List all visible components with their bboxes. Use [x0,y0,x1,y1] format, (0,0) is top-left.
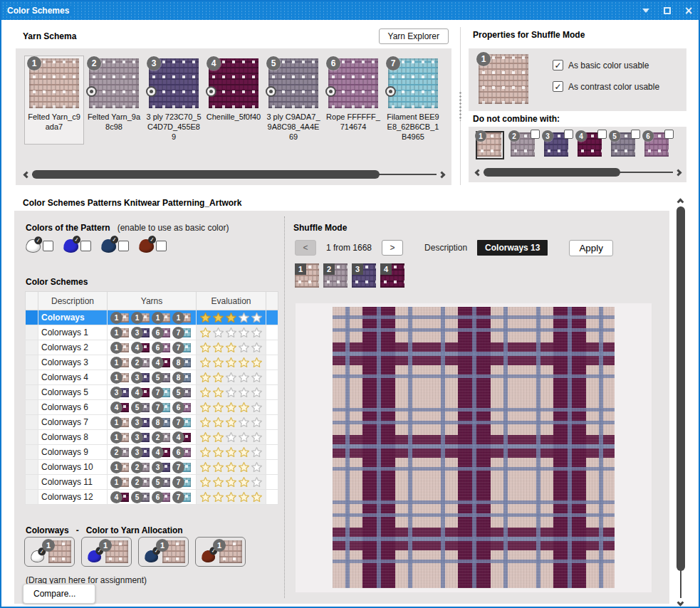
panel-splitter[interactable] [460,27,461,185]
close-button[interactable]: × [683,5,694,16]
yarn-item-6[interactable]: 6Rope FFFFFF_714674 [323,56,383,145]
pattern-color-checkbox[interactable] [80,241,91,251]
row-select-cell [26,355,38,370]
radio-target-icon[interactable] [206,86,216,97]
description-value[interactable]: Colorways 13 [477,240,548,256]
yarn-item-3[interactable]: 33 ply 723C70_5C4D7D_455E89 [144,56,204,145]
basic-color-checkbox[interactable] [553,60,563,70]
table-row[interactable]: Colorways 81324 [26,430,278,445]
table-row[interactable]: Colorways 53475 [26,385,278,400]
combine-checkbox[interactable] [664,130,674,139]
yarn-item-2[interactable]: 2Felted Yarn_9a8c98 [84,56,144,145]
yarn-number-badge: 1 [27,56,41,70]
star-rating [199,342,263,354]
radio-target-icon[interactable] [146,86,157,97]
shuffle-yarn-2[interactable]: 2 [323,263,348,288]
row-evaluation [197,355,266,370]
table-row[interactable]: Colorways 21467 [26,340,278,355]
row-yarns: 1111 [108,310,197,325]
yarn-item-5[interactable]: 53 ply C9ADA7_9A8C98_4A4E69 [263,56,323,145]
shuffle-yarn-1[interactable]: 1 [295,263,319,288]
yarn-chip: 6 [152,327,170,339]
allocation-chip-3[interactable]: 1 [138,537,189,567]
pattern-color-checkbox[interactable] [43,241,53,251]
table-row[interactable]: Colorways1111 [26,310,278,325]
yarn-number-badge: 4 [207,56,221,70]
scroll-right-icon[interactable] [675,169,682,176]
row-end-cell [266,430,278,445]
star-icon [212,342,224,354]
combine-item-3[interactable]: 3 [544,132,570,158]
combine-checkbox[interactable] [531,130,540,139]
star-icon [251,461,263,473]
radio-target-icon[interactable] [385,86,396,97]
row-description: Colorways 7 [38,415,108,430]
radio-target-icon[interactable] [325,86,336,97]
chevron-down-icon [642,9,649,13]
allocation-chip-2[interactable]: 1 [81,537,132,567]
shuffle-yarn-4[interactable]: 4 [380,263,404,288]
table-row[interactable]: Colorways 111257 [26,475,278,490]
scroll-left-icon[interactable] [23,171,31,178]
table-row[interactable]: Colorways 92346 [26,445,278,460]
yarn-item-7[interactable]: 7Filament BEE9E8_62B6CB_1B4965 [383,56,443,145]
combine-checkbox[interactable] [564,130,573,139]
maximize-button[interactable] [662,5,673,16]
table-row[interactable]: Colorways 41358 [26,370,278,385]
yarn-chip: 6 [172,446,191,458]
compare-button[interactable]: Compare... [23,584,95,604]
star-icon [199,387,211,399]
combine-item-2[interactable]: 2 [511,132,536,158]
scroll-down-icon[interactable] [677,599,684,607]
row-yarns: 1358 [108,370,197,385]
table-row[interactable]: Colorways 71387 [26,415,278,430]
window-menu-button[interactable] [640,5,652,16]
combine-item-4[interactable]: 4 [578,132,603,158]
scrollbar-thumb[interactable] [32,170,380,179]
row-end-cell [266,340,278,355]
radio-target-icon[interactable] [266,86,276,97]
allocation-row: 1111 [24,537,246,567]
yarn-chip: 1 [110,416,129,429]
row-select-cell [26,370,38,385]
table-row[interactable]: Colorways 124567 [26,490,278,505]
combine-checkbox[interactable] [597,130,607,139]
allocation-chip-4[interactable]: 1 [195,537,246,567]
scrollbar-thumb[interactable] [677,206,685,571]
color-blob-icon [138,239,155,253]
combine-checkbox[interactable] [631,130,640,139]
star-rating [199,387,263,399]
combine-item-5[interactable]: 5 [611,132,637,158]
yarn-item-1[interactable]: 1Felted Yarn_c9ada7 [24,56,84,145]
scroll-left-icon[interactable] [475,169,482,176]
yarn-item-4[interactable]: 4Chenille_5f0f40 [204,56,263,145]
combine-item-1[interactable]: 1 [477,132,503,158]
row-select-cell [26,415,38,430]
scrollbar-thumb[interactable] [484,168,620,177]
star-icon [199,357,211,369]
row-select-cell [26,475,38,490]
table-row[interactable]: Colorways 11367 [26,325,278,340]
contrast-color-checkbox[interactable] [553,81,563,92]
next-button[interactable]: > [382,240,403,256]
table-row[interactable]: Colorways 31248 [26,355,278,370]
yarn-explorer-button[interactable]: Yarn Explorer [379,28,449,44]
table-row[interactable]: Colorways 101237 [26,460,278,475]
prev-button[interactable]: < [295,240,316,256]
yarn-chip: 4 [110,491,129,503]
yarn-chip-number: 2 [152,431,164,444]
radio-target-icon[interactable] [86,86,97,97]
table-row[interactable]: Colorways 64576 [26,400,278,415]
star-icon [225,312,237,324]
yarn-chip: 4 [131,387,150,399]
allocation-chip-1[interactable]: 1 [24,537,75,567]
row-evaluation [197,310,266,325]
shuffle-yarn-3[interactable]: 3 [352,263,376,288]
pattern-color-1 [26,239,53,253]
apply-button[interactable]: Apply [569,240,612,256]
scroll-up-icon[interactable] [677,199,684,206]
pattern-color-checkbox[interactable] [156,241,167,251]
combine-item-6[interactable]: 6 [644,132,670,158]
pattern-color-checkbox[interactable] [118,241,129,251]
scroll-right-icon[interactable] [439,171,446,178]
